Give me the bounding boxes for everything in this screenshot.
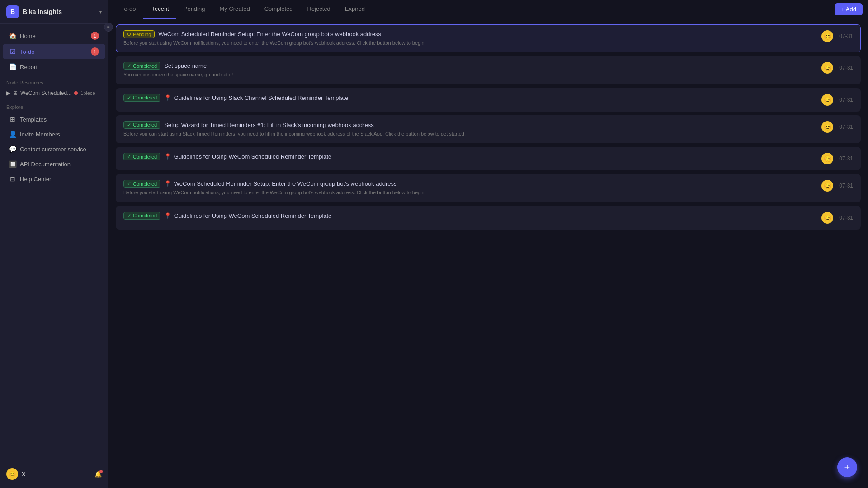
username-label: X xyxy=(22,471,26,478)
task-emoji: 😊 xyxy=(821,212,833,224)
notification-dot xyxy=(99,470,103,473)
task-item[interactable]: ✓ Completed Set space name You can custo… xyxy=(116,56,861,84)
completed-icon: ✓ xyxy=(127,122,131,128)
todo-badge: 1 xyxy=(91,47,99,56)
task-left: ⊙ Pending WeCom Scheduled Reminder Setup… xyxy=(123,30,816,47)
sidebar-item-home[interactable]: 🏠 Home 1 xyxy=(3,28,105,43)
task-description: Before you start using WeCom notificatio… xyxy=(123,40,816,47)
sidebar-item-contact[interactable]: 💬 Contact customer service xyxy=(3,142,105,156)
task-title: Setup Wizard for Timed Reminders #1: Fil… xyxy=(164,122,373,128)
task-item[interactable]: ✓ Completed Setup Wizard for Timed Remin… xyxy=(116,115,861,143)
tab-completed[interactable]: Completed xyxy=(257,0,300,19)
api-icon: 🔲 xyxy=(9,160,16,168)
pin-icon: 📍 xyxy=(164,180,171,187)
task-right: 😊 07-31 xyxy=(821,94,853,106)
task-description: Before you start using WeCom notificatio… xyxy=(123,189,816,196)
task-emoji: 😊 xyxy=(821,153,833,164)
status-badge: ✓ Completed xyxy=(123,121,160,129)
sidebar-item-templates[interactable]: ⊞ Templates xyxy=(3,112,105,127)
task-title: 📍 WeCom Scheduled Reminder Setup: Enter … xyxy=(164,180,396,187)
node-item-label: WeCom Scheduled... xyxy=(20,90,71,96)
sidebar-item-api[interactable]: 🔲 API Documentation xyxy=(3,157,105,171)
node-resources-section: Node Resources xyxy=(0,75,108,87)
task-right: 😊 07-31 xyxy=(821,212,853,224)
task-date: 07-31 xyxy=(839,97,853,103)
task-date: 07-31 xyxy=(839,124,853,130)
task-title: WeCom Scheduled Reminder Setup: Enter th… xyxy=(158,31,381,38)
main-content: To-do Recent Pending My Created Complete… xyxy=(108,0,868,488)
sidebar-item-templates-label: Templates xyxy=(20,116,47,123)
fab-button[interactable]: + xyxy=(837,457,857,477)
sidebar-item-todo-label: To-do xyxy=(20,48,35,55)
completed-icon: ✓ xyxy=(127,154,131,160)
status-badge: ✓ Completed xyxy=(123,94,160,102)
task-left: ✓ Completed Setup Wizard for Timed Remin… xyxy=(123,121,816,137)
chevron-down-icon: ▾ xyxy=(99,9,102,14)
task-title: 📍 Guidelines for Using Slack Channel Sch… xyxy=(164,94,348,101)
task-title: 📍 Guidelines for Using WeCom Scheduled R… xyxy=(164,153,331,160)
tab-todo[interactable]: To-do xyxy=(114,0,143,19)
task-date: 07-31 xyxy=(839,33,853,39)
status-badge: ✓ Completed xyxy=(123,62,160,70)
pin-icon: 📍 xyxy=(164,153,171,160)
sidebar-nav: 🏠 Home 1 ☑ To-do 1 📄 Report Node Resourc… xyxy=(0,24,108,190)
tab-rejected[interactable]: Rejected xyxy=(300,0,338,19)
task-title-row: ✓ Completed 📍 Guidelines for Using Slack… xyxy=(123,94,816,102)
node-item[interactable]: ▶ ⊞ WeCom Scheduled... 1piece xyxy=(0,87,108,99)
node-dot xyxy=(74,91,78,95)
tab-pending[interactable]: Pending xyxy=(176,0,212,19)
pending-icon: ⊙ xyxy=(127,31,131,37)
home-badge: 1 xyxy=(91,32,99,40)
task-item[interactable]: ✓ Completed 📍 Guidelines for Using Slack… xyxy=(116,88,861,112)
todo-icon: ☑ xyxy=(9,48,16,55)
app-logo: B xyxy=(6,5,19,18)
sidebar-header[interactable]: B Bika Insights ▾ xyxy=(0,0,108,24)
help-icon: ⊟ xyxy=(9,175,16,183)
app-name: Bika Insights xyxy=(23,8,96,15)
task-emoji: 😊 xyxy=(821,30,833,42)
task-date: 07-31 xyxy=(839,183,853,189)
task-item[interactable]: ✓ Completed 📍 Guidelines for Using WeCom… xyxy=(116,206,861,230)
tab-expired[interactable]: Expired xyxy=(338,0,372,19)
status-badge: ✓ Completed xyxy=(123,212,160,220)
pin-icon: 📍 xyxy=(164,94,171,101)
status-badge: ✓ Completed xyxy=(123,153,160,160)
task-date: 07-31 xyxy=(839,65,853,71)
task-right: 😊 07-31 xyxy=(821,121,853,133)
add-button[interactable]: + Add xyxy=(835,3,863,15)
footer-user-area[interactable]: 😊 X 🔔 xyxy=(0,465,108,483)
sidebar-item-report[interactable]: 📄 Report xyxy=(3,60,105,74)
bell-icon[interactable]: 🔔 xyxy=(94,471,102,478)
tab-my-created[interactable]: My Created xyxy=(212,0,257,19)
sidebar-item-home-label: Home xyxy=(20,33,36,39)
task-title-row: ✓ Completed 📍 Guidelines for Using WeCom… xyxy=(123,153,816,160)
status-badge: ✓ Completed xyxy=(123,180,160,188)
sidebar-item-todo[interactable]: ☑ To-do 1 xyxy=(3,44,105,59)
user-avatar: 😊 xyxy=(6,468,18,480)
completed-icon: ✓ xyxy=(127,63,131,69)
sidebar-collapse-button[interactable]: ≡ xyxy=(104,23,113,32)
pin-icon: 📍 xyxy=(164,212,171,219)
sidebar-item-api-label: API Documentation xyxy=(20,161,71,168)
explore-section: Explore xyxy=(0,99,108,112)
task-description: You can customize the space name, go and… xyxy=(123,71,816,78)
task-item[interactable]: ⊙ Pending WeCom Scheduled Reminder Setup… xyxy=(116,24,861,52)
task-item[interactable]: ✓ Completed 📍 WeCom Scheduled Reminder S… xyxy=(116,174,861,202)
task-description: Before you can start using Slack Timed R… xyxy=(123,131,816,137)
task-left: ✓ Completed 📍 Guidelines for Using WeCom… xyxy=(123,153,816,160)
sidebar-item-invite[interactable]: 👤 Invite Members xyxy=(3,127,105,141)
sidebar-item-help[interactable]: ⊟ Help Center xyxy=(3,172,105,186)
home-icon: 🏠 xyxy=(9,32,16,39)
task-right: 😊 07-31 xyxy=(821,153,853,164)
task-left: ✓ Completed 📍 Guidelines for Using Slack… xyxy=(123,94,816,102)
sidebar: B Bika Insights ▾ 🏠 Home 1 ☑ To-do 1 📄 R… xyxy=(0,0,108,488)
invite-icon: 👤 xyxy=(9,131,16,138)
task-title-row: ✓ Completed Setup Wizard for Timed Remin… xyxy=(123,121,816,129)
task-title: Set space name xyxy=(164,62,207,69)
node-item-count: 1piece xyxy=(80,90,95,96)
task-right: 😊 07-31 xyxy=(821,62,853,74)
tab-recent[interactable]: Recent xyxy=(143,0,176,19)
task-left: ✓ Completed 📍 Guidelines for Using WeCom… xyxy=(123,212,816,220)
task-left: ✓ Completed Set space name You can custo… xyxy=(123,62,816,78)
task-item[interactable]: ✓ Completed 📍 Guidelines for Using WeCom… xyxy=(116,147,861,170)
